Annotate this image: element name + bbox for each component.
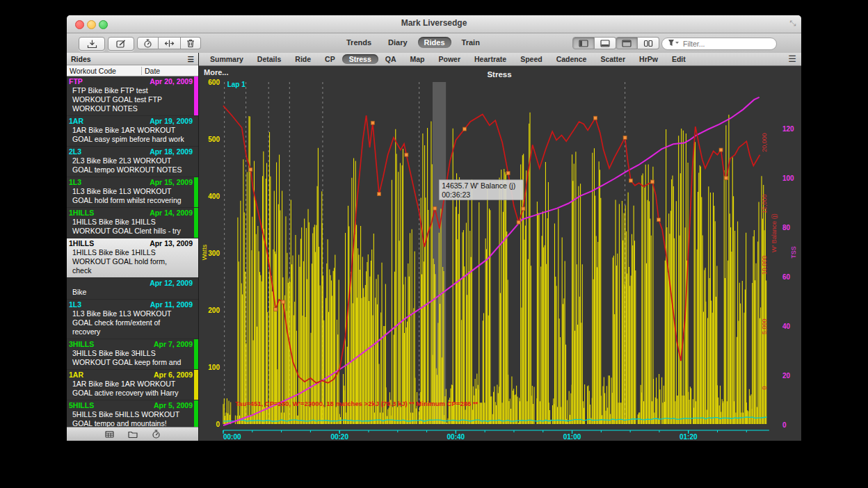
match-marker [517,220,520,224]
title-bar[interactable]: Mark Liversedge ⤡ [67,15,801,33]
chart-tab-cadence[interactable]: Cadence [549,54,594,64]
filter-input[interactable] [661,38,777,50]
chart-tab-hrpw[interactable]: HrPw [632,54,665,64]
match-marker [282,300,285,304]
x-tick-label: 00:40 [447,433,465,441]
view-tab-train[interactable]: Train [456,37,486,48]
ride-head: 1HILLSApr 13, 2009 [69,239,193,248]
chart-tab-map[interactable]: Map [403,54,432,64]
split-interval-button[interactable] [159,37,181,49]
match-marker [623,136,627,139]
tiled-view-button[interactable] [638,37,659,49]
layout-toggle-group-2 [616,37,659,49]
more-link[interactable]: More... [204,68,228,76]
ride-row[interactable]: 5HILLSApr 5, 20095HILLS Bike 5HILLS WORK… [67,400,198,427]
toggle-lowbar-button[interactable] [595,37,616,49]
compose-button[interactable] [108,37,134,51]
chart-menu-icon[interactable]: ☰ [788,54,796,64]
chart-tab-stress[interactable]: Stress [342,54,378,64]
ride-row[interactable]: 1ARApr 6, 20091AR Bike Bike 1AR WORKOUT … [67,370,198,400]
ride-row[interactable]: FTPApr 20, 2009FTP Bike Bike FTP test WO… [67,76,198,116]
view-tab-diary[interactable]: Diary [382,37,414,48]
app-window: Mark Liversedge ⤡ TrendsDiaryRidesTrain … [67,15,801,441]
watts-tick-label: 0 [216,421,220,428]
ride-row[interactable]: 3HILLSApr 7, 20093HILLS Bike Bike 3HILLS… [67,339,198,370]
chart-tab-summary[interactable]: Summary [203,54,250,64]
ride-color-bar [194,76,198,115]
ride-head: 1L3Apr 11, 2009 [69,300,193,309]
ride-row[interactable]: 1L3Apr 15, 20091L3 Bike Bike 1L3 WORKOUT… [67,177,198,208]
ride-code: 1AR [69,371,83,380]
sidebar-menu-icon[interactable]: ☰ [188,55,194,63]
ride-row[interactable]: 2L3Apr 18, 20092L3 Bike Bike 2L3 WORKOUT… [67,147,198,177]
chart-tab-edit[interactable]: Edit [665,54,693,64]
ride-date: Apr 18, 2009 [150,147,193,156]
ride-date: Apr 20, 2009 [150,77,193,86]
sidebar-column-headers[interactable]: Workout Code Date [67,65,198,76]
ride-row[interactable]: 1HILLSApr 13, 20091HILLS Bike Bike 1HILL… [67,238,198,278]
stopwatch-icon[interactable] [152,430,161,439]
chart-tab-heartrate[interactable]: Heartrate [467,54,513,64]
watts-tick-label: 600 [208,79,220,86]
cp-annotation: Tau=451, CP=280, W'=23000, 18 matches >2… [235,400,479,407]
lap-label: Lap 1 [227,81,246,88]
chart-tab-cp[interactable]: CP [318,54,342,64]
ride-description: 1AR Bike Bike 1AR WORKOUT GOAL active re… [69,380,187,398]
rides-sidebar: Rides ☰ Workout Code Date FTPApr 20, 200… [67,53,199,441]
chart-tab-details[interactable]: Details [250,54,288,64]
ride-description: 1L3 Bike Bike 1L3 WORKOUT GOAL hold form… [69,187,187,205]
ride-code: 1L3 [69,178,81,187]
chart-tab-scatter[interactable]: Scatter [593,54,632,64]
match-marker [463,127,466,131]
ride-head: 1ARApr 6, 2009 [69,371,193,380]
ride-code: 2L3 [69,147,81,156]
ride-row[interactable]: 1L3Apr 11, 20091L3 Bike Bike 1L3 WORKOUT… [67,300,198,339]
ride-description: 1L3 Bike Bike 1L3 WORKOUT GOAL check for… [69,309,187,336]
stopwatch-icon [143,39,152,48]
ride-row[interactable]: Apr 12, 2009Bike [67,278,198,300]
chart-tab-ride[interactable]: Ride [288,54,318,64]
match-marker [657,218,661,222]
ride-description: 1HILLS Bike Bike 1HILLS WORKOUT GOAL hol… [69,248,187,275]
ride-row[interactable]: 1HILLSApr 14, 20091HILLS Bike Bike 1HILL… [67,208,198,238]
ride-head: FTPApr 20, 2009 [69,77,193,86]
calendar-icon[interactable] [105,430,114,438]
tss-axis-title: TSS [790,246,797,259]
chart-tab-qa[interactable]: QA [378,54,403,64]
import-button[interactable] [79,37,105,51]
wbal-tick-label: 5,000 [761,318,768,334]
ride-head: Apr 12, 2009 [69,279,193,288]
match-marker [274,308,278,311]
tss-tick-label: 120 [782,125,794,133]
match-marker [378,193,381,196]
toggle-sidebar-button[interactable] [572,37,595,49]
chart-tab-power[interactable]: Power [432,54,468,64]
chart-tab-speed[interactable]: Speed [513,54,549,64]
view-tab-rides[interactable]: Rides [418,37,451,48]
main-toolbar: TrendsDiaryRidesTrain [67,33,801,54]
ride-color-bar [194,177,198,207]
wbal-tick-label: 10,000 [761,256,768,275]
folder-icon[interactable] [128,430,138,438]
ride-row[interactable]: 1ARApr 19, 20091AR Bike Bike 1AR WORKOUT… [67,116,198,147]
delete-button[interactable] [181,37,201,49]
chart-title: Stress [487,70,511,79]
ride-color-bar [194,370,198,400]
x-tick-label: 00:20 [330,433,348,441]
content-row: Rides ☰ Workout Code Date FTPApr 20, 200… [67,53,801,441]
stress-chart-canvas[interactable]: Lap 10100200300400500600Watts05,00010,00… [199,66,801,441]
ride-head: 1ARApr 19, 2009 [69,117,193,126]
stopwatch-button[interactable] [137,37,159,49]
chart-tabs: SummaryDetailsRideCPStressQAMapPowerHear… [199,53,801,66]
column-date[interactable]: Date [141,67,198,75]
x-tick-label: 00:00 [223,433,241,441]
stress-chart-area[interactable]: Lap 10100200300400500600Watts05,00010,00… [199,66,801,441]
ride-code: 1AR [69,117,83,126]
tabbed-view-button[interactable] [616,37,638,49]
fullscreen-icon[interactable]: ⤡ [789,19,796,28]
view-tab-trends[interactable]: Trends [340,37,378,48]
ride-actions-group [137,37,201,49]
ride-date: Apr 15, 2009 [150,178,193,187]
column-workout-code[interactable]: Workout Code [67,67,141,75]
ride-list: FTPApr 20, 2009FTP Bike Bike FTP test WO… [67,76,198,427]
